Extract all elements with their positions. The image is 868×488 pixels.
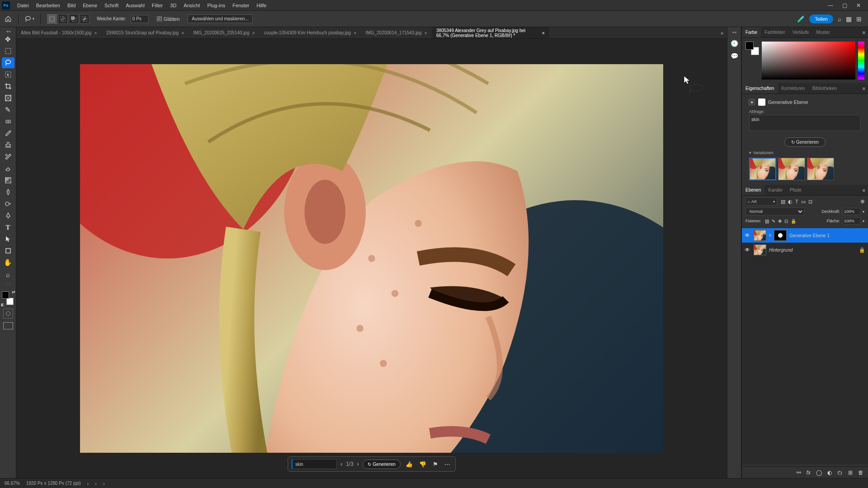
lasso-tool[interactable] xyxy=(2,57,14,68)
hand-tool[interactable]: ✋ xyxy=(2,257,14,268)
new-layer-icon[interactable]: ⊞ xyxy=(848,469,853,476)
menu-select[interactable]: Auswahl xyxy=(122,0,148,10)
doc-tab-1[interactable]: 2598015 StockSnap auf Pixabay.jpg× xyxy=(102,27,189,38)
panel-menu-icon[interactable]: ≡ xyxy=(860,86,868,91)
menu-window[interactable]: Fenster xyxy=(229,0,253,10)
gen-prompt-input[interactable] xyxy=(292,459,337,469)
lock-paint-icon[interactable]: ✎ xyxy=(772,219,775,224)
lock-artboard-icon[interactable]: ⊡ xyxy=(784,219,788,224)
swap-colors-icon[interactable]: ⇄ xyxy=(12,290,15,294)
thumbs-down-icon[interactable]: 👎 xyxy=(418,461,428,468)
tab-layers[interactable]: Ebenen xyxy=(742,185,764,195)
blur-tool[interactable] xyxy=(2,187,14,197)
lock-position-icon[interactable]: ✥ xyxy=(778,219,782,224)
layer-generative[interactable]: 👁 ⎘ Generative Ebene 1 xyxy=(742,228,868,243)
visibility-toggle-icon[interactable]: 👁 xyxy=(745,247,751,253)
toolbar-more[interactable]: ⋯ xyxy=(6,281,10,286)
adjustment-layer-icon[interactable]: ◐ xyxy=(827,469,832,476)
antialias-checkbox[interactable]: ✓ Glätten xyxy=(157,16,179,22)
menu-view[interactable]: Ansicht xyxy=(180,0,203,10)
filter-pixel-icon[interactable]: ▧ xyxy=(781,199,785,205)
doc-tab-5[interactable]: 3805349 Alexander Grey auf Pixabay.jpg b… xyxy=(432,27,549,38)
close-icon[interactable]: × xyxy=(252,30,255,36)
prompt-textarea[interactable]: skin xyxy=(749,115,861,131)
new-group-icon[interactable]: 🗀 xyxy=(837,469,843,476)
history-panel-icon[interactable]: 🕘 xyxy=(731,40,738,47)
blend-mode-select[interactable]: Normal xyxy=(745,207,804,216)
history-brush-tool[interactable] xyxy=(2,151,14,162)
layer-filter-kind[interactable]: ⌕Art▾ xyxy=(745,197,777,206)
menu-image[interactable]: Bild xyxy=(64,0,79,10)
selection-new-button[interactable] xyxy=(47,14,57,24)
filter-shape-icon[interactable]: ▭ xyxy=(801,199,806,205)
arrange-icon[interactable]: ⊞ xyxy=(856,15,862,23)
filter-adjust-icon[interactable]: ◐ xyxy=(788,199,793,205)
menu-help[interactable]: Hilfe xyxy=(253,0,270,10)
lasso-tool-preset[interactable]: ▾ xyxy=(23,14,36,24)
frame-tool[interactable] xyxy=(2,93,14,103)
filter-smart-icon[interactable]: ⊡ xyxy=(808,199,812,205)
selection-intersect-button[interactable] xyxy=(80,14,90,24)
tab-properties[interactable]: Eigenschaften xyxy=(742,83,778,94)
menu-type[interactable]: Schrift xyxy=(101,0,122,10)
add-mask-icon[interactable]: ◯ xyxy=(816,469,822,476)
panel-menu-icon[interactable]: ≡ xyxy=(860,30,868,35)
document-info[interactable]: 1920 Px x 1280 Px (72 ppi) xyxy=(26,481,81,486)
window-close-icon[interactable]: ✕ xyxy=(856,2,861,9)
type-tool[interactable]: T xyxy=(2,222,14,233)
filter-toggle[interactable] xyxy=(861,200,864,203)
layer-background[interactable]: 👁 Hintergrund 🔒 xyxy=(742,243,868,257)
menu-file[interactable]: Datei xyxy=(14,0,33,10)
default-colors-icon[interactable]: ◧ xyxy=(1,303,5,307)
thumbs-up-icon[interactable]: 👍 xyxy=(404,461,414,468)
tab-channels[interactable]: Kanäle xyxy=(764,185,786,195)
screenmode-button[interactable] xyxy=(3,322,13,329)
zoom-tool[interactable]: ⌕ xyxy=(2,269,14,280)
menu-edit[interactable]: Bearbeiten xyxy=(33,0,64,10)
timeline-next-icon[interactable]: › xyxy=(103,481,105,486)
marquee-tool[interactable] xyxy=(2,46,14,56)
delete-layer-icon[interactable]: 🗑 xyxy=(858,469,863,476)
close-icon[interactable]: × xyxy=(94,30,97,36)
window-maximize-icon[interactable]: ▢ xyxy=(842,2,847,9)
foreground-color[interactable] xyxy=(745,42,754,50)
move-tool[interactable]: ✥ xyxy=(2,34,14,45)
variation-1[interactable] xyxy=(749,158,776,180)
doc-tab-3[interactable]: couple-1054309 Kim Heimbuch pixabay.jpg× xyxy=(259,27,361,38)
eyedropper-tool[interactable]: ✎ xyxy=(2,104,14,115)
visibility-toggle-icon[interactable]: 👁 xyxy=(745,232,751,239)
hue-slider[interactable] xyxy=(858,42,864,80)
variation-3[interactable] xyxy=(807,158,834,180)
menu-layer[interactable]: Ebene xyxy=(79,0,101,10)
panel-menu-icon[interactable]: ≡ xyxy=(860,188,868,193)
tab-swatches[interactable]: Farbfelder xyxy=(761,27,789,38)
canvas[interactable]: ‹ 1/3 › ↻Generieren 👍 👎 ⚑ ⋯ xyxy=(16,39,727,478)
tabs-overflow-icon[interactable]: » xyxy=(717,30,727,36)
tab-gradients[interactable]: Verläufe xyxy=(789,27,813,38)
link-layers-icon[interactable]: ⚯ xyxy=(797,469,801,476)
tab-adjustments[interactable]: Korrekturen xyxy=(778,83,808,94)
menu-filter[interactable]: Filter xyxy=(148,0,166,10)
layer-name[interactable]: Generative Ebene 1 xyxy=(789,233,830,238)
shape-tool[interactable] xyxy=(2,245,14,256)
flag-icon[interactable]: ⚑ xyxy=(431,461,439,468)
zoom-level[interactable]: 66.67% xyxy=(5,481,20,486)
eraser-tool[interactable] xyxy=(2,163,14,174)
tab-libraries[interactable]: Bibliotheken xyxy=(809,83,840,94)
color-swatch-pair[interactable] xyxy=(745,42,759,55)
filter-type-icon[interactable]: T xyxy=(795,199,798,205)
layer-thumbnail[interactable] xyxy=(754,230,766,241)
dodge-tool[interactable] xyxy=(2,198,14,209)
layer-thumbnail[interactable] xyxy=(754,244,766,255)
layer-fx-icon[interactable]: fx xyxy=(807,469,811,476)
foreground-color[interactable] xyxy=(2,291,9,299)
lock-transparency-icon[interactable]: ▨ xyxy=(765,219,769,224)
color-swatches[interactable]: ⇄ ◧ xyxy=(2,291,14,305)
window-minimize-icon[interactable]: — xyxy=(828,2,833,9)
close-icon[interactable]: × xyxy=(354,30,356,36)
doc-tab-0[interactable]: Altes Bild Fussball - 1050x1500.jpg× xyxy=(16,27,102,38)
opacity-dropdown-icon[interactable]: ▾ xyxy=(863,210,864,214)
color-field[interactable] xyxy=(762,42,855,80)
lock-all-icon[interactable]: 🔒 xyxy=(791,219,796,224)
more-icon[interactable]: ⋯ xyxy=(443,461,452,468)
